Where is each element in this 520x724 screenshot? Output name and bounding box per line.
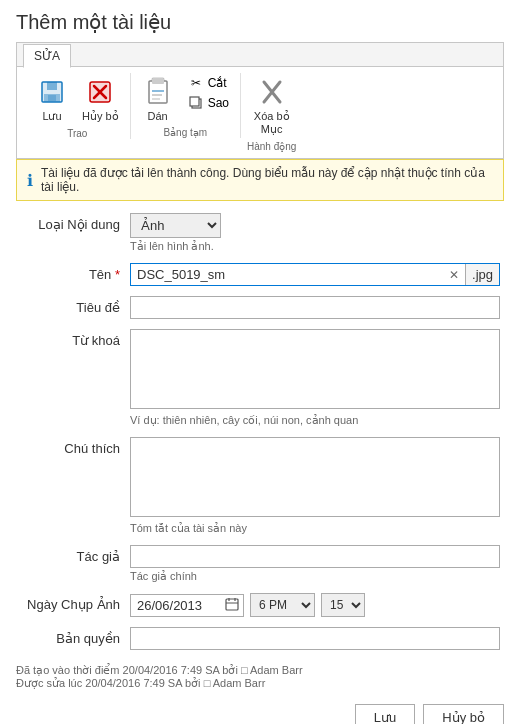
- chu-thich-hint: Tóm tắt của tài sản này: [130, 522, 500, 535]
- svg-rect-12: [152, 90, 164, 92]
- hour-select[interactable]: 6 PM 12 AM 1 AM 7 PM: [250, 593, 315, 617]
- info-icon: ℹ: [27, 171, 33, 190]
- sao-label: Sao: [208, 96, 229, 110]
- ban-quyen-row: Bản quyền: [20, 627, 500, 650]
- tieu-de-input[interactable]: [130, 296, 500, 319]
- modified-line: Được sửa lúc 20/04/2016 7:49 SA bởi □ Ad…: [16, 677, 504, 690]
- huy-bo-label: Hủy bỏ: [82, 110, 119, 123]
- paste-icon: [142, 76, 174, 108]
- cat-button[interactable]: ✂ Cắt: [183, 73, 234, 93]
- bang-tam-group-label: Bảng tạm: [163, 127, 207, 138]
- copy-icon: [188, 95, 204, 111]
- minute-select[interactable]: 15 00 05 10 20 30 45: [321, 593, 365, 617]
- tieu-de-label: Tiêu đề: [20, 296, 130, 315]
- ngay-chup-anh-field: 6 PM 12 AM 1 AM 7 PM 15 00 05 10 20 30 4…: [130, 593, 500, 617]
- created-user: Adam Barr: [250, 664, 303, 676]
- ribbon-tabs: SỬA: [17, 43, 503, 67]
- footer-info: Đã tạo vào thời điểm 20/04/2016 7:49 SA …: [16, 664, 504, 690]
- ten-clear-button[interactable]: ✕: [443, 266, 465, 284]
- dan-button[interactable]: Dán: [137, 73, 179, 125]
- delete-icon: [256, 76, 288, 108]
- loai-noi-dung-select[interactable]: Ảnh Tài liệu Video: [130, 213, 221, 238]
- trao-group-label: Trao: [67, 128, 87, 139]
- ngay-chup-anh-label: Ngày Chụp Ảnh: [20, 593, 130, 612]
- date-input[interactable]: [131, 595, 221, 616]
- cut-icon: ✂: [188, 75, 204, 91]
- tu-khoa-hint: Ví dụ: thiên nhiên, cây cối, núi non, cả…: [130, 414, 500, 427]
- ribbon-group-trao: Lưu Hủy bỏ: [25, 73, 131, 139]
- dan-label: Dán: [148, 110, 168, 122]
- ten-row: Tên ✕ .jpg: [20, 263, 500, 286]
- calendar-button[interactable]: [221, 595, 243, 616]
- tieu-de-field: [130, 296, 500, 319]
- ten-input-wrapper: ✕ .jpg: [130, 263, 500, 286]
- cat-label: Cắt: [208, 76, 227, 90]
- created-line: Đã tạo vào thời điểm 20/04/2016 7:49 SA …: [16, 664, 504, 677]
- save-icon: [36, 76, 68, 108]
- date-input-wrapper: [130, 594, 244, 617]
- chu-thich-label: Chú thích: [20, 437, 130, 456]
- cancel-icon: [84, 76, 116, 108]
- ribbon: SỬA: [16, 42, 504, 159]
- ten-extension: .jpg: [465, 264, 499, 285]
- date-row: 6 PM 12 AM 1 AM 7 PM 15 00 05 10 20 30 4…: [130, 593, 500, 617]
- svg-rect-2: [47, 82, 57, 90]
- tac-gia-input[interactable]: [130, 545, 500, 568]
- created-checkbox: □: [241, 664, 250, 676]
- ten-input[interactable]: [131, 264, 443, 285]
- calendar-icon: [225, 597, 239, 611]
- sao-button[interactable]: Sao: [183, 93, 234, 113]
- tieu-de-row: Tiêu đề: [20, 296, 500, 319]
- chu-thich-textarea[interactable]: [130, 437, 500, 517]
- hanh-dong-buttons: Xóa bỏMục: [249, 73, 295, 139]
- ban-quyen-field: [130, 627, 500, 650]
- tu-khoa-field: Ví dụ: thiên nhiên, cây cối, núi non, cả…: [130, 329, 500, 427]
- svg-rect-16: [190, 97, 199, 106]
- save-button[interactable]: Lưu: [355, 704, 415, 724]
- ban-quyen-input[interactable]: [130, 627, 500, 650]
- tu-khoa-textarea[interactable]: [130, 329, 500, 409]
- modified-user: Adam Barr: [213, 677, 266, 689]
- ten-field: ✕ .jpg: [130, 263, 500, 286]
- info-message: Tài liệu đã được tải lên thành công. Dùn…: [41, 166, 493, 194]
- tac-gia-label: Tác giả: [20, 545, 130, 564]
- hanh-dong-group-label: Hành động: [247, 141, 296, 152]
- loai-noi-dung-field: Ảnh Tài liệu Video Tải lên hình ảnh.: [130, 213, 500, 253]
- ten-label: Tên: [20, 263, 130, 282]
- svg-rect-13: [152, 94, 162, 96]
- huy-bo-button[interactable]: Hủy bỏ: [77, 73, 124, 126]
- svg-rect-19: [226, 599, 238, 610]
- tu-khoa-label: Từ khoá: [20, 329, 130, 348]
- info-bar: ℹ Tài liệu đã được tải lên thành công. D…: [16, 159, 504, 201]
- tac-gia-row: Tác giả Tác giả chính: [20, 545, 500, 583]
- page-title: Thêm một tài liệu: [16, 10, 504, 34]
- chu-thich-row: Chú thích Tóm tắt của tài sản này: [20, 437, 500, 535]
- modified-checkbox: □: [204, 677, 213, 689]
- ban-quyen-label: Bản quyền: [20, 627, 130, 646]
- luu-button[interactable]: Lưu: [31, 73, 73, 126]
- xoa-bo-muc-label: Xóa bỏMục: [254, 110, 290, 136]
- ngay-chup-anh-row: Ngày Chụp Ảnh: [20, 593, 500, 617]
- xoa-bo-muc-button[interactable]: Xóa bỏMục: [249, 73, 295, 139]
- tu-khoa-row: Từ khoá Ví dụ: thiên nhiên, cây cối, núi…: [20, 329, 500, 427]
- bang-tam-buttons: Dán ✂ Cắt: [137, 73, 234, 125]
- svg-rect-14: [152, 98, 160, 100]
- luu-label: Lưu: [42, 110, 61, 123]
- tac-gia-field: Tác giả chính: [130, 545, 500, 583]
- chu-thich-field: Tóm tắt của tài sản này: [130, 437, 500, 535]
- svg-rect-4: [48, 95, 56, 101]
- footer-actions: Lưu Hủy bỏ: [16, 696, 504, 724]
- ribbon-group-bang-tam: Dán ✂ Cắt: [131, 73, 241, 138]
- form: Loại Nội dung Ảnh Tài liệu Video Tải lên…: [16, 213, 504, 650]
- svg-rect-11: [152, 78, 164, 84]
- loai-noi-dung-row: Loại Nội dung Ảnh Tài liệu Video Tải lên…: [20, 213, 500, 253]
- ribbon-group-hanh-dong: Xóa bỏMục Hành động: [241, 73, 302, 152]
- cancel-button[interactable]: Hủy bỏ: [423, 704, 504, 724]
- ribbon-content: Lưu Hủy bỏ: [17, 67, 503, 158]
- modified-text: Được sửa lúc 20/04/2016 7:49 SA bởi: [16, 677, 201, 689]
- trao-buttons: Lưu Hủy bỏ: [31, 73, 124, 126]
- loai-noi-dung-label: Loại Nội dung: [20, 213, 130, 232]
- tab-sua[interactable]: SỬA: [23, 44, 71, 68]
- created-text: Đã tạo vào thời điểm 20/04/2016 7:49 SA …: [16, 664, 238, 676]
- tac-gia-hint: Tác giả chính: [130, 570, 500, 583]
